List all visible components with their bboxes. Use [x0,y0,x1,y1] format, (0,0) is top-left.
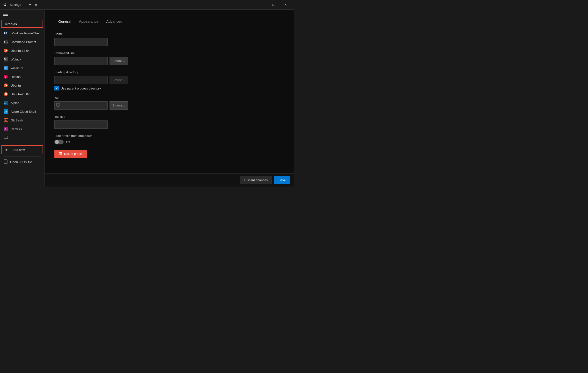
command-line-row: Browse... [54,57,284,65]
svg-text:Al: Al [4,102,6,104]
svg-point-15 [5,85,6,86]
ubuntu18-icon [3,48,8,53]
add-new-label: + Add new [10,148,25,152]
tab-advanced[interactable]: Advanced [102,17,126,26]
command-line-group: Command line Browse... [54,51,284,65]
starting-directory-row: Browse... [54,76,284,84]
icon-input[interactable] [54,101,108,110]
hamburger-button[interactable] [0,10,44,19]
command-line-browse-button[interactable]: Browse... [110,57,128,65]
starting-directory-label: Starting directory [54,70,284,74]
sidebar-item-ubuntu-20[interactable]: Ubuntu-20.04 [0,90,44,98]
delete-profile-label: Delete profile [64,152,83,156]
bottom-bar: Discard changes Save [45,173,294,187]
starting-directory-input[interactable] [54,76,108,84]
sidebar-item-wlinux[interactable]: W WLinux [0,55,44,64]
sidebar-item-label: kali-linux [11,66,23,70]
content-area: General Appearance Advanced Name Command… [45,10,294,187]
sidebar-item-label: WLinux [11,58,21,61]
name-group: Name [54,32,284,46]
sidebar-item-kali-linux[interactable]: Kd kali-linux [0,64,44,72]
sidebar-item-ubuntu-18[interactable]: Ubuntu-18.04 [0,46,44,55]
dropdown-button[interactable]: ∨ [33,1,38,9]
delete-profile-button[interactable]: Delete profile [54,150,87,158]
discard-changes-button[interactable]: Discard changes [240,176,273,184]
command-line-input[interactable] [54,57,108,65]
profiles-header[interactable]: Profiles [1,20,43,28]
sidebar-item-label: Windows PowerShell [11,32,40,35]
svg-text:C:\: C:\ [4,41,8,43]
open-json-label: Open JSON file [10,160,32,164]
tab-appearance[interactable]: Appearance [75,17,102,26]
svg-text:{}: {} [4,161,6,163]
settings-icon: ⚙ [3,3,7,7]
svg-rect-23 [4,118,8,119]
sidebar-item-windows-powershell[interactable]: PS Windows PowerShell [0,29,44,37]
svg-text:Kd: Kd [4,67,7,69]
powershell-icon: PS [3,31,8,36]
sidebar-item-git-bash[interactable]: Git Bash [0,116,44,125]
close-button[interactable]: ✕ [280,1,291,9]
svg-point-6 [5,50,6,51]
svg-rect-34 [59,152,62,153]
title-bar-new: + ∨ [28,1,38,9]
maximize-button[interactable]: 🗖 [268,1,279,9]
hide-profile-toggle[interactable] [54,139,63,144]
tab-title-label: Tab title [54,115,284,118]
sidebar-item-command-prompt[interactable]: C:\ Command Prompt [0,37,44,46]
sidebar-item-centos[interactable]: C CentOS [0,125,44,133]
sidebar-divider2 [3,156,41,157]
starting-directory-group: Starting directory Browse... Use parent … [54,70,284,90]
ubuntu20-icon [3,92,8,96]
form-area: Name Command line Browse... Starting dir… [45,26,294,173]
hide-profile-toggle-label: Off [66,140,70,144]
use-parent-process-row: Use parent process directory [54,86,284,90]
centos-icon: C [3,127,8,131]
sidebar-item-label: Ubuntu [11,84,21,87]
icon-preview-glyph [56,104,60,108]
title-bar: ⚙ Settings + ∨ – 🗖 ✕ [0,0,294,10]
new-tab-button[interactable]: + [28,1,32,8]
icon-group: Icon Browse... [54,96,284,110]
use-parent-process-label: Use parent process directory [61,87,101,90]
hide-profile-group: Hide profile from dropdown Off [54,134,284,144]
icon-browse-button[interactable]: Browse... [110,101,128,110]
save-button[interactable]: Save [274,176,290,184]
trash-icon [59,152,62,156]
ubuntu-icon [3,83,8,88]
name-label: Name [54,32,284,36]
svg-point-18 [5,94,6,95]
sidebar-item-alpine[interactable]: Al Alpine [0,98,44,107]
debian-icon: D [3,74,8,79]
command-line-label: Command line [54,51,284,55]
use-parent-process-checkbox[interactable] [54,86,59,90]
sidebar-item-label: Git Bash [11,118,23,122]
sidebar-item-azure-cloud-shell[interactable]: Az Azure Cloud Shell [0,107,44,116]
tab-title-group: Tab title [54,115,284,129]
svg-rect-24 [4,121,8,122]
sidebar-item-monitor[interactable] [0,133,44,142]
sidebar-item-label: Command Prompt [11,40,36,44]
icon-input-wrapper [54,101,108,110]
sidebar-item-debian[interactable]: D Debian [0,72,44,81]
svg-rect-31 [56,104,60,106]
add-icon: + [5,148,8,152]
sidebar-item-label: Ubuntu-20.04 [11,92,30,96]
tabs: General Appearance Advanced [45,17,294,26]
sidebar-item-ubuntu[interactable]: Ubuntu [0,81,44,90]
svg-rect-32 [57,106,59,107]
add-new-button[interactable]: + + Add new [1,145,43,154]
git-bash-icon [3,118,8,123]
starting-directory-browse-button[interactable]: Browse... [110,76,128,84]
tab-title-input[interactable] [54,120,108,129]
open-json-button[interactable]: {} Open JSON file [0,158,44,166]
tab-general[interactable]: General [54,17,75,26]
sidebar-item-label: Ubuntu-18.04 [11,49,30,53]
azure-icon: Az [3,109,8,114]
name-input[interactable] [54,38,108,46]
svg-text:PS: PS [4,32,7,35]
command-prompt-icon: C:\ [3,39,8,44]
svg-rect-33 [60,152,61,152]
minimize-button[interactable]: – [256,1,267,9]
icon-label: Icon [54,96,284,99]
